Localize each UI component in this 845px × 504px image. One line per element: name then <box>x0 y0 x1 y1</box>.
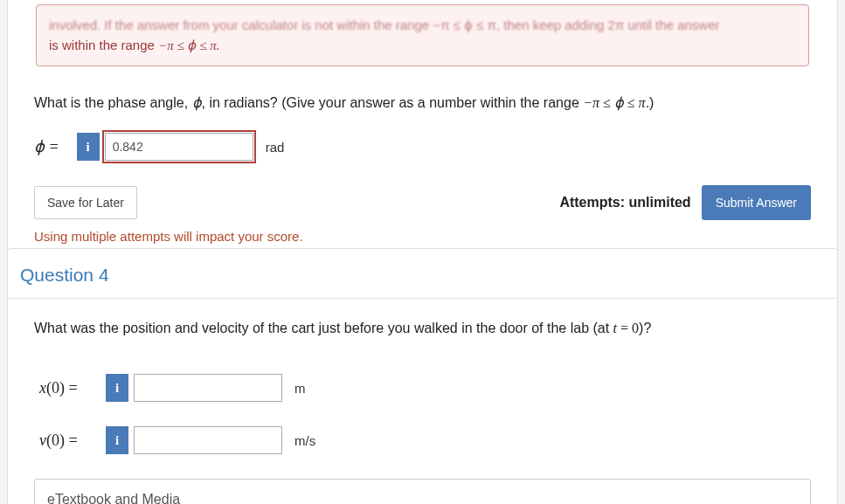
hint-text-line1: involved. If the answer from your calcul… <box>49 16 796 36</box>
question-title: Question 4 <box>20 265 825 286</box>
prompt-phi: ϕ <box>192 95 202 110</box>
question-prompt: What is the phase angle, ϕ, in radians? … <box>34 93 811 114</box>
hint-math: −π ≤ ϕ ≤ π. <box>158 38 219 52</box>
hint-text-line2: is within the range −π ≤ ϕ ≤ π. <box>49 36 796 56</box>
prompt-mid: , in radians? (Give your answer as a num… <box>202 95 584 110</box>
prompt-range: −π ≤ ϕ ≤ π <box>583 95 645 110</box>
question-header: Question 4 <box>8 249 837 299</box>
x0-unit: m <box>294 381 306 396</box>
phi-input[interactable] <box>105 133 253 161</box>
v0-input[interactable] <box>134 426 282 454</box>
v0-unit: m/s <box>294 433 315 448</box>
etextbook-link[interactable]: eTextbook and Media <box>34 479 811 504</box>
answer-row-phi: ϕ = i rad <box>34 133 811 161</box>
q4-prompt-prefix: What was the position and velocity of th… <box>34 321 613 335</box>
v0-label: v(0) = <box>39 432 94 450</box>
answer-row-x: x(0) = i m <box>34 374 811 402</box>
info-button[interactable]: i <box>77 133 100 161</box>
attempts-label: Attempts: unlimited <box>559 195 690 211</box>
actions-row: Save for Later Attempts: unlimited Submi… <box>34 185 811 220</box>
warn-line1: Using multiple attempts will impact your… <box>34 227 811 247</box>
prompt-prefix: What is the phase angle, <box>34 95 192 110</box>
x0-label: x(0) = <box>39 379 94 397</box>
answer-row-v: v(0) = i m/s <box>34 426 811 454</box>
info-button-v[interactable]: i <box>106 426 128 454</box>
phi-label: ϕ = <box>34 137 59 156</box>
question-4-prompt: What was the position and velocity of th… <box>34 318 811 339</box>
submit-answer-button[interactable]: Submit Answer <box>702 185 811 220</box>
info-button-x[interactable]: i <box>106 374 128 402</box>
save-for-later-button[interactable]: Save for Later <box>34 186 137 219</box>
hint-box: involved. If the answer from your calcul… <box>36 4 809 66</box>
q4-prompt-suffix: )? <box>639 321 651 335</box>
x0-input[interactable] <box>134 374 282 402</box>
q4-prompt-eq: = 0 <box>620 321 639 335</box>
right-actions: Attempts: unlimited Submit Answer <box>559 185 811 220</box>
question-4-card: Question 4 What was the position and vel… <box>7 248 838 504</box>
prompt-suffix: .) <box>646 95 655 110</box>
q4-prompt-t: t <box>613 321 617 335</box>
hint-prefix: is within the range <box>49 38 158 52</box>
question-3-card: involved. If the answer from your calcul… <box>7 0 838 285</box>
phi-unit: rad <box>266 140 285 155</box>
